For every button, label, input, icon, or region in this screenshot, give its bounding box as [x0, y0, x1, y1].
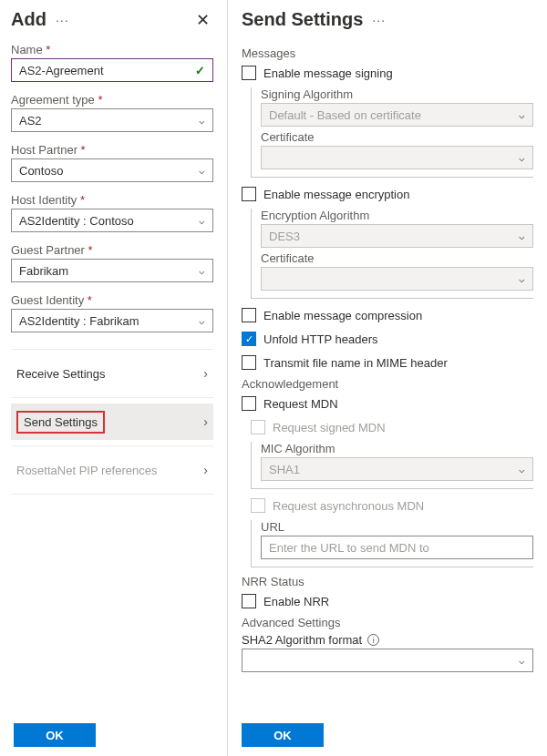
host-partner-label: Host Partner * [11, 143, 213, 157]
checkbox-text: Request signed MDN [273, 421, 386, 434]
guest-identity-value: AS2Identity : Fabrikam [19, 314, 139, 328]
guest-partner-group: Guest Partner * Fabrikam ⌵ [11, 243, 213, 282]
host-identity-select[interactable]: AS2Identity : Contoso ⌵ [11, 209, 213, 232]
checkbox-icon[interactable] [242, 187, 256, 201]
agreement-type-group: Agreement type * AS2 ⌵ [11, 93, 213, 132]
checkbox-text: Enable message compression [263, 309, 422, 322]
nav-label: RosettaNet PIP references [16, 464, 157, 477]
mic-sub-block: MIC Algorithm SHA1 ⌵ [251, 442, 533, 489]
guest-partner-select[interactable]: Fabrikam ⌵ [11, 259, 213, 282]
checkbox-text: Enable NRR [263, 595, 329, 608]
checkbox-icon [251, 420, 265, 434]
certificate-select-2: ⌵ [261, 267, 533, 291]
send-settings-header: Send Settings ··· [242, 9, 533, 30]
guest-identity-select[interactable]: AS2Identity : Fabrikam ⌵ [11, 309, 213, 332]
encryption-sub-block: Encryption Algorithm DES3 ⌵ Certificate … [251, 209, 533, 299]
host-partner-group: Host Partner * Contoso ⌵ [11, 143, 213, 182]
encryption-alg-select: DES3 ⌵ [261, 224, 533, 248]
divider [11, 494, 213, 495]
url-placeholder: Enter the URL to send MDN to [269, 541, 429, 555]
checkbox-text: Enable message signing [263, 66, 393, 80]
chevron-down-icon: ⌵ [519, 152, 525, 164]
send-settings-panel: Send Settings ··· Messages Enable messag… [228, 0, 547, 756]
name-label: Name * [11, 43, 213, 56]
host-identity-group: Host Identity * AS2Identity : Contoso ⌵ [11, 193, 213, 232]
valid-check-icon: ✓ [195, 64, 205, 77]
send-settings-title: Send Settings [242, 9, 363, 30]
chevron-down-icon: ⌵ [519, 655, 525, 667]
enable-encryption-row[interactable]: Enable message encryption [242, 185, 533, 203]
checkbox-icon[interactable] [242, 66, 256, 80]
checkbox-text: Transmit file name in MIME header [263, 356, 448, 370]
divider [11, 397, 213, 398]
certificate-select: ⌵ [261, 146, 533, 169]
checkbox-icon[interactable] [242, 594, 256, 608]
nav-send-settings[interactable]: Send Settings › [11, 404, 213, 440]
url-label: URL [261, 520, 533, 534]
nav-rosettanet-pip[interactable]: RosettaNet PIP references › [11, 452, 213, 488]
add-title: Add [11, 9, 46, 30]
more-icon[interactable]: ··· [372, 13, 386, 27]
checkbox-text: Unfold HTTP headers [263, 332, 378, 346]
url-input[interactable]: Enter the URL to send MDN to [261, 536, 533, 559]
certificate-label: Certificate [261, 130, 533, 144]
signing-alg-label: Signing Algorithm [261, 87, 533, 101]
messages-section-label: Messages [242, 46, 533, 60]
request-mdn-row[interactable]: Request MDN [242, 394, 533, 413]
chevron-down-icon: ⌵ [199, 165, 205, 177]
chevron-down-icon: ⌵ [199, 215, 205, 227]
checkbox-icon [251, 498, 265, 513]
checkbox-icon[interactable] [242, 396, 256, 411]
host-identity-label: Host Identity * [11, 193, 213, 207]
certificate-label-2: Certificate [261, 251, 533, 265]
host-partner-select[interactable]: Contoso ⌵ [11, 158, 213, 182]
enable-compression-row[interactable]: Enable message compression [242, 306, 533, 324]
mic-alg-label: MIC Algorithm [261, 442, 533, 455]
encryption-alg-value: DES3 [269, 230, 300, 243]
chevron-right-icon: › [203, 463, 208, 477]
checkbox-text: Request MDN [263, 397, 338, 411]
chevron-down-icon: ⌵ [519, 109, 525, 121]
nav-receive-settings[interactable]: Receive Settings › [11, 355, 213, 392]
sha2-label-row: SHA2 Algorithm format i [242, 633, 533, 647]
unfold-headers-row[interactable]: ✓ Unfold HTTP headers [242, 330, 533, 348]
chevron-right-icon: › [203, 414, 208, 429]
enable-nrr-row[interactable]: Enable NRR [242, 592, 533, 610]
close-icon[interactable]: ✕ [192, 10, 213, 30]
request-async-mdn-row: Request asynchronous MDN [251, 496, 533, 515]
guest-identity-label: Guest Identity * [11, 293, 213, 307]
advanced-section-label: Advanced Settings [242, 616, 533, 629]
ok-button[interactable]: OK [242, 723, 324, 747]
more-icon[interactable]: ··· [56, 13, 69, 27]
sha2-label: SHA2 Algorithm format [242, 633, 362, 647]
sha2-select[interactable]: ⌵ [242, 649, 533, 672]
chevron-right-icon: › [203, 366, 208, 381]
nrr-section-label: NRR Status [242, 575, 533, 588]
info-icon[interactable]: i [367, 634, 379, 646]
name-value: AS2-Agreement [19, 64, 104, 77]
checkbox-icon[interactable] [242, 355, 256, 370]
transmit-filename-row[interactable]: Transmit file name in MIME header [242, 353, 533, 372]
checkbox-text: Enable message encryption [263, 188, 409, 201]
agreement-type-select[interactable]: AS2 ⌵ [11, 108, 213, 132]
nav-label: Receive Settings [16, 367, 106, 381]
chevron-down-icon: ⌵ [519, 230, 525, 242]
ok-button[interactable]: OK [14, 723, 96, 747]
ack-section-label: Acknowledgement [242, 377, 533, 391]
guest-partner-label: Guest Partner * [11, 243, 213, 257]
guest-identity-group: Guest Identity * AS2Identity : Fabrikam … [11, 293, 213, 332]
guest-partner-value: Fabrikam [19, 264, 68, 278]
chevron-down-icon: ⌵ [199, 115, 205, 127]
name-input[interactable]: AS2-Agreement ✓ [11, 58, 213, 82]
mic-alg-select: SHA1 ⌵ [261, 457, 533, 481]
host-partner-value: Contoso [19, 164, 63, 178]
host-identity-value: AS2Identity : Contoso [19, 214, 134, 228]
chevron-down-icon: ⌵ [519, 464, 525, 475]
url-sub-block: URL Enter the URL to send MDN to [251, 520, 533, 567]
signing-sub-block: Signing Algorithm Default - Based on cer… [251, 87, 533, 178]
checkbox-icon-checked[interactable]: ✓ [242, 332, 256, 346]
agreement-type-value: AS2 [19, 114, 42, 128]
chevron-down-icon: ⌵ [199, 265, 205, 277]
enable-signing-row[interactable]: Enable message signing [242, 64, 533, 82]
checkbox-icon[interactable] [242, 308, 256, 322]
